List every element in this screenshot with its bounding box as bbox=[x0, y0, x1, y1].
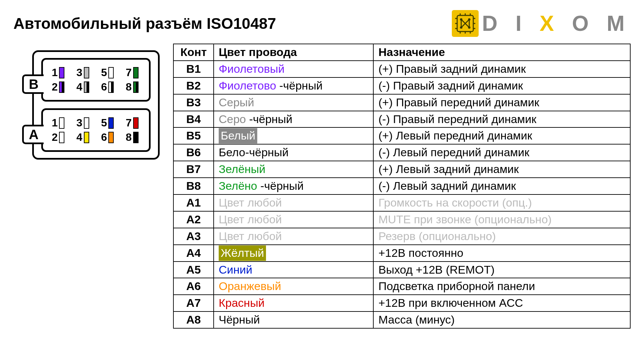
pin-swatch bbox=[59, 132, 64, 143]
pin-swatch bbox=[84, 132, 89, 143]
pin-number: 3 bbox=[75, 117, 83, 129]
pin-number: 6 bbox=[100, 131, 107, 144]
cell-function: +12В при включенном ACC bbox=[373, 295, 630, 311]
page-title: Автомобильный разъём ISO10487 bbox=[13, 14, 276, 33]
cell-pin: B1 bbox=[173, 61, 214, 77]
connector-pin: 3 bbox=[75, 66, 93, 79]
pin-number: 1 bbox=[50, 117, 58, 129]
pin-number: 3 bbox=[75, 66, 83, 79]
connector-block-A: A13572468 bbox=[41, 108, 151, 152]
cell-pin: B6 bbox=[173, 144, 214, 161]
cell-pin: B5 bbox=[173, 127, 214, 144]
pin-swatch bbox=[133, 117, 139, 129]
cell-color: Белый bbox=[214, 127, 373, 144]
chip-icon bbox=[452, 10, 479, 37]
table-row: B3Серый(+) Правый передний динамик bbox=[173, 94, 630, 111]
table-row: A4Жёлтый+12В постоянно bbox=[173, 245, 630, 262]
pin-swatch bbox=[108, 81, 114, 93]
cell-function: Масса (минус) bbox=[373, 311, 630, 328]
cell-function: Громкость на скорости (опц.) bbox=[373, 194, 630, 211]
cell-pin: A4 bbox=[173, 245, 214, 262]
cell-function: +12В постоянно bbox=[373, 245, 630, 262]
cell-function: (+) Левый задний динамик bbox=[373, 161, 630, 178]
cell-pin: A5 bbox=[173, 262, 214, 278]
pin-number: 5 bbox=[100, 117, 107, 129]
cell-pin: A2 bbox=[173, 211, 214, 228]
cell-pin: A6 bbox=[173, 278, 214, 295]
pin-swatch bbox=[59, 67, 64, 78]
pin-number: 8 bbox=[124, 81, 132, 93]
connector-pin: 6 bbox=[100, 131, 117, 144]
table-row: B6Бело-чёрный(-) Левый передний динамик bbox=[173, 144, 630, 161]
connector-diagram: B13572468A13572468 bbox=[13, 50, 160, 160]
connector-pin: 7 bbox=[124, 66, 142, 79]
table-row: A1Цвет любойГромкость на скорости (опц.) bbox=[173, 194, 630, 211]
pin-number: 2 bbox=[50, 131, 58, 144]
cell-color: Красный bbox=[214, 295, 373, 311]
cell-function: (-) Левый задний динамик bbox=[373, 178, 630, 194]
cell-function: (+) Левый передний динамик bbox=[373, 127, 630, 144]
connector-pin: 4 bbox=[75, 131, 93, 144]
cell-pin: A7 bbox=[173, 295, 214, 311]
cell-function: (-) Правый передний динамик bbox=[373, 111, 630, 128]
cell-color: Синий bbox=[214, 262, 373, 278]
block-label: B bbox=[22, 74, 44, 94]
brand-text: D I X O M bbox=[482, 11, 631, 36]
cell-function: (+) Правый задний динамик bbox=[373, 61, 630, 77]
table-row: A2Цвет любойMUTE при звонке (опционально… bbox=[173, 211, 630, 228]
cell-color: Зелёный bbox=[214, 161, 373, 178]
col-header-pin: Конт bbox=[173, 44, 214, 61]
connector-pin: 1 bbox=[50, 66, 68, 79]
cell-function: MUTE при звонке (опционально) bbox=[373, 211, 630, 228]
connector-pin: 6 bbox=[100, 81, 117, 93]
pin-number: 6 bbox=[100, 81, 107, 93]
pin-number: 7 bbox=[124, 66, 132, 79]
table-row: B8Зелёно -чёрный(-) Левый задний динамик bbox=[173, 178, 630, 194]
connector-pin: 4 bbox=[75, 81, 93, 93]
cell-function: (-) Левый передний динамик bbox=[373, 144, 630, 161]
pinout-table: Конт Цвет провода Назначение B1Фиолетовы… bbox=[173, 44, 631, 329]
pin-number: 8 bbox=[124, 131, 132, 144]
cell-function: Резерв (опционально) bbox=[373, 228, 630, 245]
cell-color: Бело-чёрный bbox=[214, 144, 373, 161]
pin-number: 7 bbox=[124, 117, 132, 129]
cell-color: Фиолетово -чёрный bbox=[214, 77, 373, 94]
table-row: A7Красный+12В при включенном ACC bbox=[173, 295, 630, 311]
table-row: A3Цвет любойРезерв (опционально) bbox=[173, 228, 630, 245]
connector-pin: 5 bbox=[100, 117, 117, 129]
connector-pin: 2 bbox=[50, 81, 68, 93]
pin-swatch bbox=[84, 117, 89, 129]
cell-pin: B2 bbox=[173, 77, 214, 94]
cell-pin: A3 bbox=[173, 228, 214, 245]
col-header-function: Назначение bbox=[373, 44, 630, 61]
cell-function: (+) Правый передний динамик bbox=[373, 94, 630, 111]
cell-color: Оранжевый bbox=[214, 278, 373, 295]
pin-swatch bbox=[133, 81, 139, 93]
connector-pin: 1 bbox=[50, 117, 68, 129]
cell-color: Цвет любой bbox=[214, 194, 373, 211]
cell-pin: B7 bbox=[173, 161, 214, 178]
pin-number: 5 bbox=[100, 66, 107, 79]
col-header-color: Цвет провода bbox=[214, 44, 373, 61]
pin-swatch bbox=[108, 117, 114, 129]
pin-swatch bbox=[108, 67, 114, 78]
pin-swatch bbox=[59, 81, 64, 93]
cell-color: Серо -чёрный bbox=[214, 111, 373, 128]
cell-color: Зелёно -чёрный bbox=[214, 178, 373, 194]
brand-logo: D I X O M bbox=[452, 10, 631, 37]
cell-pin: B3 bbox=[173, 94, 214, 111]
connector-pin: 2 bbox=[50, 131, 68, 144]
pin-number: 2 bbox=[50, 81, 58, 93]
cell-color: Жёлтый bbox=[214, 245, 373, 262]
table-row: A8ЧёрныйМасса (минус) bbox=[173, 311, 630, 328]
connector-pin: 7 bbox=[124, 117, 142, 129]
table-row: B4Серо -чёрный(-) Правый передний динами… bbox=[173, 111, 630, 128]
cell-function: (-) Правый задний динамик bbox=[373, 77, 630, 94]
cell-color: Фиолетовый bbox=[214, 61, 373, 77]
connector-pin: 5 bbox=[100, 66, 117, 79]
table-row: B5Белый(+) Левый передний динамик bbox=[173, 127, 630, 144]
cell-pin: B8 bbox=[173, 178, 214, 194]
table-row: B7Зелёный(+) Левый задний динамик bbox=[173, 161, 630, 178]
connector-pin: 3 bbox=[75, 117, 93, 129]
cell-color: Цвет любой bbox=[214, 228, 373, 245]
